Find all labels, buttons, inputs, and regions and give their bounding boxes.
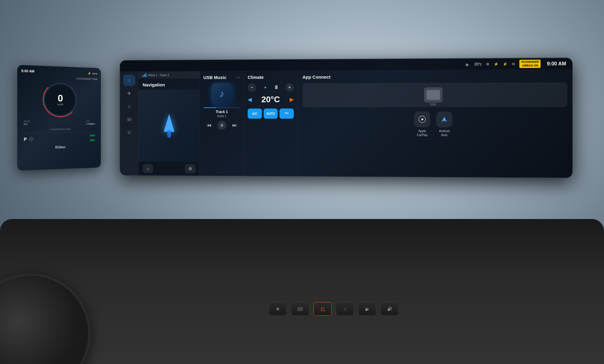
screen-content: ⌂ ✈ ♪ ☏ ☺ Artist 1 · Track 1 Navigati bbox=[120, 70, 572, 178]
cluster-time: 9:00 AM bbox=[21, 69, 34, 73]
gear-indicator: P bbox=[24, 137, 27, 142]
carplay-svg bbox=[419, 116, 426, 123]
climate-panel: Climate − ✦ 8 + ◀ 20°C ▶ A/C bbox=[244, 71, 297, 176]
status-bar: 🔈 20°c ⚙ ⚡ ⚡ ✉ PASSENGERAIRBAG ON 9:00 A… bbox=[120, 58, 572, 72]
temperature-row: ◀ 20°C ▶ bbox=[248, 95, 294, 104]
physical-controls-row: ON/OFF ⌂ 🔉 🔊 bbox=[118, 301, 550, 317]
music-nav-arrows: ‹ › bbox=[237, 75, 240, 79]
climate-title: Climate bbox=[248, 75, 294, 80]
android-auto-label: AndroidAuto bbox=[439, 129, 450, 137]
seat-heat-button[interactable]: ON/OFF bbox=[313, 302, 332, 316]
cluster-icon-1: ⚡ bbox=[88, 72, 91, 75]
temp-decrease-button[interactable]: ◀ bbox=[248, 96, 252, 103]
signal-indicator bbox=[143, 73, 146, 77]
signal-bar-3 bbox=[146, 73, 146, 77]
nav-direction-arrow bbox=[162, 114, 176, 138]
message-icon: ✉ bbox=[512, 62, 515, 66]
sidebar-item-phone[interactable]: ☏ bbox=[123, 114, 135, 125]
android-svg bbox=[441, 116, 448, 123]
seat-heat-icon: ON/OFF bbox=[320, 306, 325, 312]
music-controls: ⏮ ⏸ ⏭ bbox=[200, 118, 244, 134]
sidebar-item-apps[interactable]: ☺ bbox=[123, 127, 135, 138]
long-press-label: Long press to reset bbox=[50, 128, 71, 131]
fan-decrease-button[interactable]: − bbox=[248, 83, 256, 92]
temp-increase-button[interactable]: ▶ bbox=[290, 96, 294, 103]
music-progress-bar[interactable] bbox=[203, 107, 240, 108]
next-track-button[interactable]: ⏭ bbox=[230, 121, 239, 130]
music-next-page[interactable]: › bbox=[239, 75, 240, 79]
auto-button[interactable]: AUTO bbox=[264, 108, 278, 119]
fan-icon: ✦ bbox=[264, 85, 267, 90]
nav-settings-button[interactable]: ⚙ bbox=[185, 164, 195, 173]
music-prev-page[interactable]: ‹ bbox=[237, 75, 238, 79]
panels-container: Artist 1 · Track 1 Navigation ⌂ ⚙ bbox=[139, 70, 572, 178]
fan-control-button[interactable] bbox=[269, 302, 287, 316]
nav-sidebar: ⌂ ✈ ♪ ☏ ☺ bbox=[120, 72, 138, 175]
bluetooth-icon: ⚡ bbox=[503, 62, 507, 66]
speed-value: 0 bbox=[58, 93, 63, 103]
instrument-cluster: 9:00 AM ⚡ ●●● Accumulated Total 0 km/h 0… bbox=[17, 65, 101, 171]
navigation-map[interactable] bbox=[139, 89, 200, 162]
rear-defrost-button[interactable] bbox=[291, 302, 309, 316]
apple-carplay-icon bbox=[414, 111, 430, 127]
signal-bar-2 bbox=[144, 74, 145, 77]
main-infotainment-screen: 🔈 20°c ⚙ ⚡ ⚡ ✉ PASSENGERAIRBAG ON 9:00 A… bbox=[120, 58, 573, 178]
track-name: Track 1 bbox=[200, 110, 244, 114]
speed-unit: km/h bbox=[57, 103, 63, 106]
settings-icon: ⚙ bbox=[486, 62, 490, 66]
fan-speed-row: − ✦ 8 + bbox=[248, 83, 294, 92]
app-connect-apps: AppleCarPlay AndroidAuto bbox=[303, 111, 567, 137]
nav-home-button[interactable]: ⌂ bbox=[143, 164, 153, 173]
connected-device-area bbox=[303, 82, 567, 107]
nav-bottom-bar: ⌂ ⚙ bbox=[139, 162, 200, 176]
now-playing-bar: Artist 1 · Track 1 bbox=[139, 71, 200, 79]
music-panel-title: USB Music bbox=[203, 75, 226, 80]
svg-marker-1 bbox=[422, 118, 424, 121]
device-screen bbox=[426, 90, 440, 100]
nav-panel-title: Navigation bbox=[143, 82, 165, 87]
climate-temperature: 20°C bbox=[261, 95, 280, 104]
trip-time: 00:00 bbox=[24, 120, 30, 123]
now-playing-text: Artist 1 · Track 1 bbox=[148, 73, 169, 77]
home-button[interactable]: ⌂ bbox=[336, 302, 354, 316]
sidebar-item-home[interactable]: ⌂ bbox=[123, 75, 135, 86]
navigation-panel: Artist 1 · Track 1 Navigation ⌂ ⚙ bbox=[139, 71, 200, 176]
music-note-icon: ♪ bbox=[220, 88, 224, 99]
music-progress-fill bbox=[203, 107, 216, 108]
android-auto-item[interactable]: AndroidAuto bbox=[436, 111, 452, 137]
play-pause-button[interactable]: ⏸ bbox=[217, 121, 226, 130]
prev-track-button[interactable]: ⏮ bbox=[205, 121, 214, 130]
apple-carplay-item[interactable]: AppleCarPlay bbox=[414, 111, 430, 137]
defrost-button[interactable]: 〜 bbox=[280, 108, 294, 119]
status-time: 9:00 AM bbox=[547, 61, 566, 67]
usb-music-panel: USB Music ‹ › ♪ Track 1 Artist 1 ⏮ ⏸ bbox=[200, 71, 244, 176]
nav-arrow-tail bbox=[167, 130, 171, 138]
dashboard-surface bbox=[0, 219, 604, 364]
defrost-icon: 〜 bbox=[284, 111, 289, 116]
fan-increase-button[interactable]: + bbox=[285, 83, 294, 92]
airbag-indicator: PASSENGERAIRBAG ON bbox=[519, 60, 541, 68]
fan-speed-value: 8 bbox=[275, 85, 278, 90]
speed-gauge: 0 km/h bbox=[44, 83, 77, 117]
device-icon bbox=[424, 87, 442, 103]
ac-button[interactable]: A/C bbox=[248, 108, 262, 119]
climate-action-buttons: A/C AUTO 〜 bbox=[248, 108, 294, 119]
svg-text:ON/OFF: ON/OFF bbox=[321, 310, 325, 311]
music-header: USB Music ‹ › bbox=[200, 71, 244, 82]
signal-bar-1 bbox=[143, 75, 143, 77]
android-auto-icon bbox=[436, 111, 452, 127]
apple-carplay-label: AppleCarPlay bbox=[417, 129, 428, 137]
nav-panel-header: Navigation bbox=[139, 79, 200, 90]
fan-button-icon bbox=[275, 306, 281, 312]
sidebar-item-music[interactable]: ♪ bbox=[123, 101, 135, 112]
mileage: 816km bbox=[55, 145, 66, 149]
sidebar-item-navigation[interactable]: ✈ bbox=[123, 88, 135, 99]
vol-up-button[interactable]: 🔊 bbox=[381, 302, 399, 316]
ev-badge: NEV bbox=[90, 139, 95, 142]
volume-icon: 🔈 bbox=[465, 62, 470, 66]
device-stand bbox=[430, 103, 436, 106]
kw-value: 0kW bbox=[90, 134, 95, 137]
vol-down-button[interactable]: 🔉 bbox=[358, 302, 376, 316]
usb-icon: ⚡ bbox=[494, 62, 498, 66]
app-connect-title: App Connect bbox=[303, 73, 567, 80]
